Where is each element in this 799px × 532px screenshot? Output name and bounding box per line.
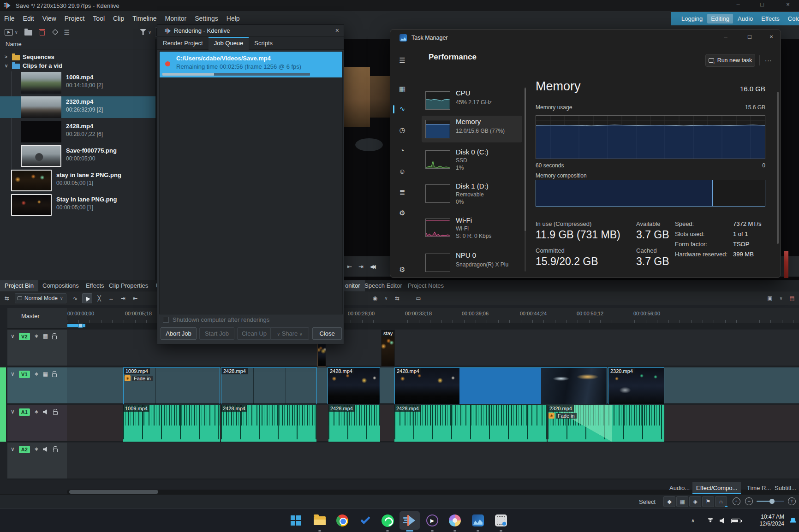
track-badge[interactable]: V2 <box>19 333 30 340</box>
timeline-clip-v1-2428c[interactable]: 2428.mp4 <box>394 367 607 404</box>
menu-project[interactable]: Project <box>60 15 89 22</box>
bin-clip-2320-selected[interactable]: 2320.mp4 00:26:32;09 [2] <box>0 96 155 118</box>
zone-in-icon[interactable]: ⇤ <box>347 263 352 270</box>
tm-sidebar-memory[interactable]: Memory 12.0/15.6 GB (77%) <box>422 116 522 142</box>
effects-wand-icon[interactable]: ∗ <box>34 371 39 378</box>
timeline-clip-v1-2320[interactable]: 2320.mp4 <box>608 367 664 404</box>
tm-sidebar-scrollbar-thumb[interactable] <box>525 88 526 231</box>
window-close-button[interactable]: × <box>779 1 797 8</box>
tm-nav-processes-icon[interactable]: ▦ <box>397 85 408 93</box>
tm-minimize-button[interactable]: – <box>716 33 736 40</box>
tab-effect-compositions[interactable]: Effect/Compo... <box>692 482 741 494</box>
lock-icon[interactable] <box>53 411 58 415</box>
menu-settings[interactable]: Settings <box>191 15 222 22</box>
track-header-a1[interactable]: ∨ A1 ∗ <box>7 405 67 442</box>
abort-job-button[interactable]: Abort Job <box>161 327 197 340</box>
fade-in-badge[interactable]: ∗ Fade in <box>549 413 577 419</box>
filter-chevron-icon[interactable]: ∨ <box>148 30 151 35</box>
collapse-chevron-icon[interactable]: ∨ <box>11 371 15 378</box>
tm-sidebar-disk0[interactable]: Disk 0 (C:) SSD 1% <box>422 146 522 175</box>
track-badge[interactable]: A1 <box>19 408 30 416</box>
timeline-clip-v2-sliver[interactable] <box>317 343 326 366</box>
track-lane-a2[interactable] <box>67 443 799 479</box>
render-job-item[interactable]: C:/Users/cdabe/Videos/Save.mp4 Remaining… <box>160 52 342 77</box>
chrome-icon[interactable] <box>334 513 350 528</box>
ripple-tool-icon[interactable]: ⇤ <box>130 293 140 303</box>
render-save-icon[interactable]: ▤ <box>787 293 797 303</box>
split-view-icon[interactable]: ▣ <box>765 293 775 303</box>
whatsapp-icon[interactable] <box>380 513 395 528</box>
track-header-a2[interactable]: ∨ A2 ∗ <box>7 443 67 479</box>
tag-icon[interactable] <box>52 29 58 35</box>
tm-nav-startup-icon[interactable]: ◔ <box>397 147 408 154</box>
task-manager-taskbar-icon[interactable] <box>470 513 486 528</box>
lock-icon[interactable] <box>52 336 57 339</box>
tm-window-scrollbar-thumb[interactable] <box>777 92 779 244</box>
battery-icon[interactable] <box>731 509 740 532</box>
clip-view-icon[interactable]: ▶ <box>5 29 13 35</box>
bin-clip-1009[interactable]: 1009.mp4 00:14:18;00 [2] <box>0 72 155 94</box>
view-chevron-icon[interactable]: ∨ <box>776 293 786 303</box>
tab-scripts[interactable]: Scripts <box>249 37 278 50</box>
collapse-chevron-icon[interactable]: ∨ <box>11 446 15 453</box>
tray-clock[interactable]: 10:47 AM 12/6/2024 <box>751 509 784 532</box>
tm-sidebar-wifi[interactable]: Wi-Fi Wi-Fi S: 0 R: 0 Kbps <box>422 214 522 244</box>
markers-toggle-icon[interactable]: ◈ <box>689 496 701 507</box>
kdenlive-taskbar-icon[interactable] <box>402 513 417 528</box>
timeline-clip-v1-2428a[interactable]: 2428.mp4 <box>221 367 317 404</box>
timeline-audio-2428b[interactable]: 2428.mp4 <box>328 405 380 442</box>
filter-funnel-icon[interactable] <box>140 29 146 35</box>
wifi-icon[interactable] <box>707 509 715 532</box>
workspace-tab-logging[interactable]: Logging <box>678 14 706 24</box>
dialog-close-icon[interactable]: × <box>335 27 339 34</box>
expander-collapsed-icon[interactable]: > <box>5 54 9 59</box>
workspace-tab-editing[interactable]: Editing <box>707 14 733 24</box>
timeline-audio-2428c[interactable]: 2428.mp4 <box>394 405 547 442</box>
tab-project-notes[interactable]: Project Notes <box>403 280 448 291</box>
bin-folder-clips[interactable]: ∨ Clips for a vid <box>5 62 62 69</box>
timeline-clip-v1-1009[interactable]: 1009.mp4 ∗ Fade in <box>123 367 220 404</box>
menu-view[interactable]: View <box>38 15 60 22</box>
menu-file[interactable]: File <box>0 15 19 22</box>
bin-menu-icon[interactable]: ☰ <box>64 29 70 36</box>
tm-nav-details-icon[interactable]: ≣ <box>397 188 408 196</box>
track-badge[interactable]: V1 <box>19 371 30 378</box>
window-maximize-button[interactable]: □ <box>753 1 771 8</box>
create-folder-icon[interactable] <box>24 30 32 35</box>
effects-wand-icon[interactable]: ∗ <box>34 408 39 415</box>
timeline-zone[interactable] <box>67 324 85 327</box>
speaker-icon[interactable] <box>43 447 49 452</box>
zoom-out-icon[interactable]: − <box>745 497 753 505</box>
master-button[interactable]: Master <box>7 308 67 329</box>
bin-folder-sequences[interactable]: > Sequences <box>5 53 54 60</box>
timeline-audio-1009[interactable]: 1009.mp4 <box>123 405 220 442</box>
tab-audio[interactable]: Audio... <box>666 482 693 494</box>
tm-nav-services-icon[interactable]: ⚙ <box>397 209 408 217</box>
shutdown-checkbox-row[interactable]: Shutdown computer after renderings <box>163 316 269 323</box>
speaker-icon[interactable] <box>43 409 49 414</box>
tab-compositions[interactable]: Compositions <box>38 280 83 291</box>
tab-subtitles[interactable]: Subtitl... <box>771 482 799 494</box>
zoom-in-icon[interactable]: + <box>788 497 796 505</box>
tm-maximize-button[interactable]: □ <box>739 33 760 40</box>
effects-wand-icon[interactable]: ∗ <box>34 333 39 340</box>
bin-clip-2428[interactable]: 2428.mp4 00:28:07;22 [6] <box>0 121 155 142</box>
lock-icon[interactable] <box>52 373 57 377</box>
snipping-tool-icon[interactable] <box>493 513 509 528</box>
track-resize-icon[interactable]: ⇆ <box>2 293 12 303</box>
volume-icon[interactable] <box>720 509 726 532</box>
paint-icon[interactable] <box>447 513 463 528</box>
tm-nav-app-history-icon[interactable]: ◷ <box>397 126 408 134</box>
timeline-clip-v2-stay[interactable]: stay <box>381 330 395 366</box>
spacer-tool-icon[interactable]: ↔ <box>106 293 116 303</box>
menu-monitor[interactable]: Monitor <box>161 15 191 22</box>
tab-speech-editor[interactable]: Speech Editor <box>360 280 407 291</box>
subtitle-icon[interactable]: ▭ <box>413 293 423 303</box>
tab-job-queue[interactable]: Job Queue <box>209 37 249 50</box>
timeline-audio-2320[interactable]: 2320.mp4 ∗ Fade in <box>548 405 664 442</box>
timeline-clip-v1-2428b[interactable]: 2428.mp4 <box>328 367 380 404</box>
zoom-fit-icon[interactable]: ▫ <box>733 497 740 505</box>
file-explorer-icon[interactable] <box>312 513 328 528</box>
todo-icon[interactable] <box>358 513 373 528</box>
rewind-icon[interactable]: ◀◀ <box>370 264 374 270</box>
